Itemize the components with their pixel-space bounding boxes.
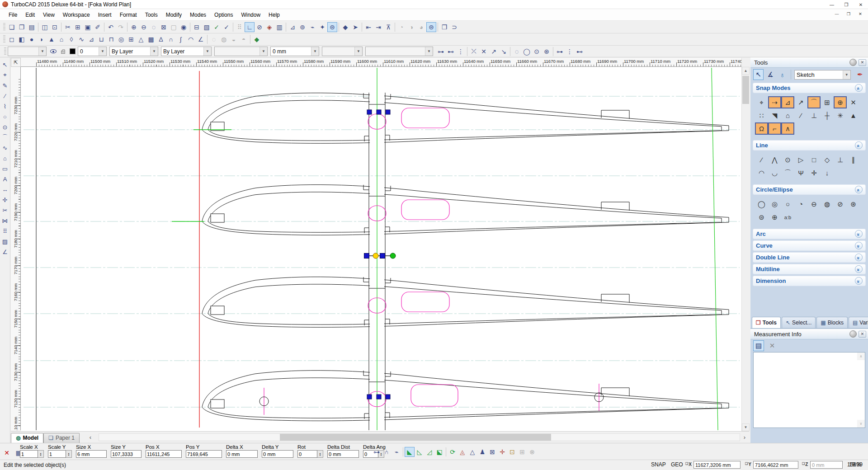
vertical-scroll-thumb[interactable] bbox=[742, 76, 749, 104]
rib-1-lightening-hole[interactable] bbox=[401, 108, 449, 128]
bool-intersect-icon[interactable]: ◒ bbox=[229, 34, 239, 44]
line-rectangle-icon[interactable]: □ bbox=[807, 154, 821, 166]
line-tangent-2-arcs-icon[interactable]: ⌒ bbox=[781, 167, 794, 179]
delta-x-input[interactable] bbox=[226, 450, 258, 458]
section-circle-ellipse[interactable]: Circle/Ellipse« bbox=[753, 184, 866, 195]
pen-style-combo[interactable]: By Layer▼ bbox=[109, 47, 158, 56]
zoom-window-icon[interactable]: ◉ bbox=[179, 22, 189, 32]
circle-dash-1-icon[interactable]: ◌ bbox=[512, 47, 522, 56]
menu-tools[interactable]: Tools bbox=[141, 10, 162, 20]
expand-icon[interactable]: » bbox=[855, 265, 863, 273]
ellipse-fixed-ratio-icon[interactable]: a:b bbox=[781, 211, 794, 223]
spline-tool-icon[interactable]: ∿ bbox=[0, 143, 9, 152]
render-mode-icon[interactable]: ◈ bbox=[264, 22, 274, 32]
rib-2-lightening-hole[interactable] bbox=[401, 200, 449, 220]
selection-handle[interactable] bbox=[367, 395, 372, 399]
rounded-box-icon[interactable]: ◧ bbox=[17, 34, 27, 44]
extrude-icon[interactable]: ◆ bbox=[252, 34, 262, 44]
y-coordinate-field[interactable]: 7166,4622 mm bbox=[753, 461, 798, 469]
section-double-line[interactable]: Double Line» bbox=[753, 252, 866, 263]
palette-tab-select[interactable]: ↖Select... bbox=[782, 317, 816, 328]
seg-a-icon[interactable]: ⊶ bbox=[555, 47, 565, 56]
snap-mouse-icon[interactable]: ⌖ bbox=[755, 96, 768, 108]
measure-angle-tool-icon[interactable]: ∠ bbox=[0, 247, 9, 256]
menu-workspace[interactable]: Workspace bbox=[59, 10, 94, 20]
line-vertical-icon[interactable]: ↓ bbox=[821, 167, 834, 179]
spinner-control[interactable]: ▲▼ bbox=[317, 450, 323, 458]
color-swatch[interactable] bbox=[68, 47, 76, 56]
bucket-icon[interactable]: ⊡ bbox=[507, 447, 517, 457]
doc-restore-button[interactable]: ❐ bbox=[843, 10, 854, 18]
snap-cross-1-icon[interactable]: ⤫ bbox=[469, 47, 479, 56]
style-combo[interactable]: ▼ bbox=[8, 47, 47, 56]
palette-snap-button[interactable]: ∡ bbox=[765, 69, 775, 80]
snap-face-icon[interactable]: ⌂ bbox=[781, 109, 794, 122]
extra-combo-2[interactable]: ▼ bbox=[365, 47, 433, 56]
shade-2-icon[interactable]: ◑ bbox=[406, 22, 416, 32]
snap-quadrant-icon[interactable]: ◥ bbox=[768, 109, 781, 122]
snap-divide-icon[interactable]: ⋮ bbox=[456, 47, 466, 56]
dim-a-icon[interactable]: ⊞ bbox=[517, 447, 527, 457]
section-snap-modes[interactable]: Snap Modes« bbox=[753, 83, 866, 93]
join-tool-icon[interactable]: ⋈ bbox=[0, 216, 9, 225]
ellipse-rotated-icon[interactable]: ⊕ bbox=[768, 211, 781, 223]
trim-tool-icon[interactable]: ✂ bbox=[0, 206, 9, 215]
menu-format[interactable]: Format bbox=[116, 10, 141, 20]
pick-point-icon[interactable]: ◆ bbox=[340, 22, 350, 32]
grid-toggle-icon[interactable]: ⠿ bbox=[235, 22, 245, 32]
copy-icon[interactable]: ⊞ bbox=[73, 22, 83, 32]
extra-combo[interactable]: ▼ bbox=[322, 47, 363, 56]
delta-y-input[interactable] bbox=[262, 450, 293, 458]
rib-3-lightening-hole[interactable] bbox=[401, 292, 449, 312]
node-icon[interactable]: ⑃ bbox=[382, 447, 392, 457]
shade-4-icon[interactable]: ⊜ bbox=[426, 22, 436, 32]
close-icon[interactable]: ✕ bbox=[859, 331, 866, 338]
array-tool-icon[interactable]: ⠿ bbox=[0, 226, 9, 235]
pen-width-combo[interactable]: By Layer▼ bbox=[161, 47, 212, 56]
undo-icon[interactable]: ↶ bbox=[106, 22, 116, 32]
select-f-icon[interactable]: ⬕ bbox=[434, 447, 444, 457]
snap-magnetic-icon[interactable]: Ω bbox=[755, 122, 768, 135]
snap-tangent-icon[interactable]: ∕ bbox=[794, 109, 807, 122]
link-icon[interactable]: ⊶ bbox=[372, 447, 382, 457]
menu-view[interactable]: View bbox=[39, 10, 59, 20]
line-bisector-icon[interactable]: Ψ bbox=[794, 167, 807, 179]
circle-tan-arcs-icon[interactable]: ⊛ bbox=[847, 198, 860, 210]
toolbar-grip[interactable] bbox=[3, 23, 5, 31]
menu-file[interactable]: File bbox=[5, 10, 21, 20]
workspace-style-icon[interactable]: ▧ bbox=[202, 22, 212, 32]
snap-arc-center-icon[interactable]: ⌒ bbox=[807, 96, 821, 108]
snap-midpoint-icon[interactable]: ┼ bbox=[821, 109, 834, 122]
scale-x-input[interactable] bbox=[20, 450, 38, 458]
palette-tab-tools[interactable]: ❒Tools bbox=[752, 317, 781, 328]
insert-object-icon[interactable]: ⊟ bbox=[192, 22, 202, 32]
snap-center-icon[interactable]: ⊕ bbox=[834, 96, 847, 108]
line-rotated-rectangle-icon[interactable]: ◇ bbox=[821, 154, 834, 166]
horizontal-ruler[interactable]: 11480 mm11490 mm11500 mm11510 mm11520 mm… bbox=[21, 58, 741, 67]
slice-icon[interactable]: ◓ bbox=[239, 34, 249, 44]
horizontal-scrollbar[interactable] bbox=[99, 433, 740, 441]
snap-vertex-icon[interactable]: ⊿ bbox=[781, 96, 794, 108]
seg-c-icon[interactable]: ⊷ bbox=[575, 47, 585, 56]
doc-minimize-button[interactable]: — bbox=[831, 10, 843, 18]
slot-3d-icon[interactable]: ⊿ bbox=[86, 34, 96, 44]
print-icon[interactable]: ◫ bbox=[40, 22, 50, 32]
spinner-control[interactable]: ▲▼ bbox=[38, 450, 44, 458]
no-snap-icon[interactable]: ⊘ bbox=[255, 22, 264, 32]
delta-dist-input[interactable] bbox=[327, 450, 359, 458]
palette-tab-varia[interactable]: ▤Varia... bbox=[849, 317, 868, 328]
scroll-up-arrow[interactable]: ▲ bbox=[742, 67, 750, 75]
size-x-input[interactable] bbox=[76, 450, 107, 458]
snap-angle-icon[interactable]: ∧ bbox=[781, 122, 794, 135]
arc-tool-icon[interactable]: ⌒ bbox=[0, 133, 9, 142]
line-single-icon[interactable]: ∕ bbox=[755, 154, 768, 166]
sweep-30-icon[interactable]: ∫ bbox=[176, 34, 186, 44]
sphere-icon[interactable]: ● bbox=[27, 34, 37, 44]
close-button[interactable]: ✕ bbox=[854, 0, 868, 9]
print-preview-icon[interactable]: ⊡ bbox=[50, 22, 60, 32]
spark-icon[interactable]: ✦ bbox=[317, 22, 327, 32]
rib-2-outline[interactable] bbox=[202, 185, 729, 235]
pyramid-icon[interactable]: △ bbox=[136, 34, 146, 44]
rib-4-outline[interactable] bbox=[202, 371, 729, 421]
rib-3-outline[interactable] bbox=[202, 277, 729, 328]
